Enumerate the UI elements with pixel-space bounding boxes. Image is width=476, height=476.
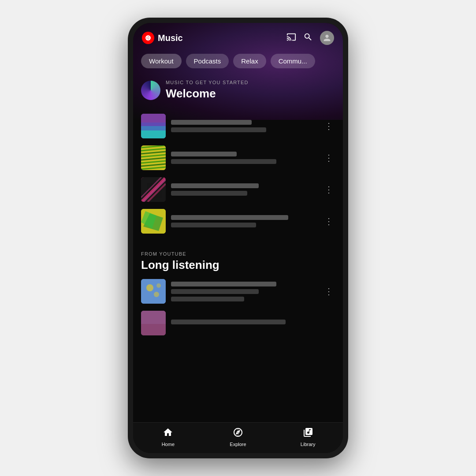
- track-thumbnail: [141, 145, 166, 170]
- track-item[interactable]: ⋮: [141, 275, 335, 307]
- track-thumbnail: [141, 311, 166, 335]
- home-label: Home: [162, 442, 175, 447]
- track-info: [171, 152, 317, 164]
- track-title-line: [171, 215, 288, 220]
- track-more-button[interactable]: ⋮: [323, 214, 335, 228]
- track-thumbnail: [141, 114, 166, 138]
- welcome-section-icon: [141, 81, 160, 100]
- track-item[interactable]: ⋮: [141, 174, 335, 205]
- track-title-line: [171, 183, 259, 188]
- app-name: Music: [158, 33, 183, 43]
- explore-label: Explore: [230, 442, 246, 447]
- track-subtitle-line: [171, 289, 259, 294]
- explore-icon: [233, 427, 243, 440]
- track-more-button[interactable]: ⋮: [323, 284, 335, 298]
- track-info: [171, 215, 317, 227]
- track-thumbnail: [141, 279, 166, 304]
- welcome-section-label: MUSIC TO GET YOU STARTED: [166, 80, 249, 85]
- welcome-section-text: MUSIC TO GET YOU STARTED Welcome: [166, 80, 249, 100]
- track-title-line: [171, 152, 237, 156]
- track-info: [171, 183, 317, 196]
- track-title-line: [171, 282, 276, 286]
- track-info: [171, 320, 335, 327]
- tab-relax[interactable]: Relax: [233, 54, 266, 68]
- welcome-track-list: ⋮: [133, 110, 343, 237]
- tab-workout[interactable]: Workout: [141, 54, 182, 68]
- tab-community[interactable]: Commu...: [271, 54, 315, 68]
- track-more-button[interactable]: ⋮: [323, 151, 335, 165]
- search-icon[interactable]: [303, 32, 313, 44]
- app-header: Music: [133, 23, 343, 49]
- phone-frame: Music: [128, 18, 348, 458]
- track-item[interactable]: [141, 307, 335, 339]
- track-more-button[interactable]: ⋮: [323, 182, 335, 197]
- track-title-line: [171, 120, 252, 125]
- welcome-section-title: Welcome: [166, 87, 249, 100]
- nav-library[interactable]: Library: [293, 427, 324, 447]
- track-title-line: [171, 320, 286, 324]
- welcome-section-header: MUSIC TO GET YOU STARTED Welcome: [141, 80, 335, 100]
- bottom-navigation: Home Explore Library: [133, 422, 343, 453]
- long-listening-track-list: ⋮: [133, 275, 343, 339]
- long-listening-title: Long listening: [141, 258, 335, 272]
- track-extra-line: [171, 297, 244, 301]
- track-more-button[interactable]: ⋮: [323, 119, 335, 133]
- svg-rect-29: [141, 311, 166, 324]
- svg-rect-6: [141, 123, 166, 130]
- library-label: Library: [301, 442, 316, 447]
- nav-explore[interactable]: Explore: [223, 427, 253, 447]
- track-item[interactable]: ⋮: [141, 205, 335, 237]
- track-subtitle-line: [171, 191, 247, 196]
- category-tabs: Workout Podcasts Relax Commu...: [133, 49, 343, 73]
- long-listening-section: FROM YOUTUBE Long listening: [133, 244, 343, 275]
- phone-screen: Music: [133, 23, 343, 453]
- library-icon: [303, 427, 313, 440]
- track-subtitle-line: [171, 127, 266, 132]
- track-info: [171, 120, 317, 132]
- track-subtitle-line: [171, 159, 276, 164]
- svg-point-27: [156, 283, 161, 288]
- svg-rect-24: [141, 279, 166, 304]
- tab-podcasts[interactable]: Podcasts: [186, 54, 229, 68]
- track-thumbnail: [141, 177, 166, 202]
- logo-area: Music: [142, 32, 183, 44]
- track-item[interactable]: ⋮: [141, 142, 335, 174]
- track-subtitle-line: [171, 223, 256, 227]
- svg-point-25: [146, 284, 153, 291]
- track-item[interactable]: ⋮: [141, 110, 335, 142]
- track-thumbnail: [141, 209, 166, 234]
- long-listening-label: FROM YOUTUBE: [141, 251, 335, 257]
- nav-home[interactable]: Home: [152, 427, 183, 447]
- yt-music-logo-icon: [142, 32, 154, 44]
- header-icons: [286, 31, 334, 45]
- main-scroll-content[interactable]: MUSIC TO GET YOU STARTED Welcome: [133, 73, 343, 422]
- welcome-section: MUSIC TO GET YOU STARTED Welcome: [133, 73, 343, 110]
- account-avatar[interactable]: [320, 31, 334, 45]
- cast-icon[interactable]: [286, 32, 296, 44]
- track-info: [171, 282, 317, 301]
- svg-point-26: [154, 292, 159, 297]
- home-icon: [163, 427, 173, 440]
